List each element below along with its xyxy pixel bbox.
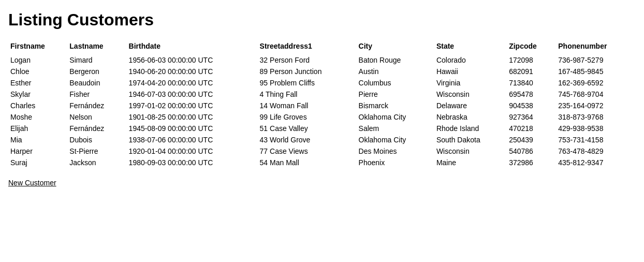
cell-phonenumber: 753-731-4158: [556, 134, 636, 145]
cell-birthdate: 1920-01-04 00:00:00 UTC: [127, 145, 258, 157]
cell-city: Des Moines: [357, 145, 434, 157]
cell-phonenumber: 736-987-5279: [556, 54, 636, 66]
cell-firstname: Esther: [8, 77, 67, 89]
cell-firstname: Elijah: [8, 123, 67, 134]
cell-streetaddress1: 14 Woman Fall: [258, 100, 357, 111]
cell-lastname: Nelson: [67, 111, 126, 123]
cell-lastname: Bergeron: [67, 66, 126, 77]
cell-birthdate: 1938-07-06 00:00:00 UTC: [127, 134, 258, 145]
cell-phonenumber: 745-768-9704: [556, 89, 636, 100]
column-header-streetaddress1: Streetaddress1: [258, 40, 357, 54]
table-row: LoganSimard1956-06-03 00:00:00 UTC32 Per…: [8, 54, 636, 66]
customers-table: FirstnameLastnameBirthdateStreetaddress1…: [8, 40, 636, 168]
cell-streetaddress1: 77 Case Views: [258, 145, 357, 157]
cell-city: Salem: [357, 123, 434, 134]
cell-zipcode: 250439: [507, 134, 556, 145]
cell-firstname: Harper: [8, 145, 67, 157]
cell-firstname: Mia: [8, 134, 67, 145]
cell-firstname: Chloe: [8, 66, 67, 77]
cell-streetaddress1: 43 World Grove: [258, 134, 357, 145]
column-header-lastname: Lastname: [67, 40, 126, 54]
cell-lastname: Fernández: [67, 123, 126, 134]
cell-phonenumber: 763-478-4829: [556, 145, 636, 157]
cell-state: Wisconsin: [434, 145, 507, 157]
cell-zipcode: 470218: [507, 123, 556, 134]
cell-birthdate: 1974-04-20 00:00:00 UTC: [127, 77, 258, 89]
cell-lastname: Fisher: [67, 89, 126, 100]
cell-city: Oklahoma City: [357, 111, 434, 123]
cell-city: Austin: [357, 66, 434, 77]
cell-state: Nebraska: [434, 111, 507, 123]
cell-city: Baton Rouge: [357, 54, 434, 66]
cell-birthdate: 1901-08-25 00:00:00 UTC: [127, 111, 258, 123]
new-customer-link[interactable]: New Customer: [8, 179, 56, 187]
cell-birthdate: 1956-06-03 00:00:00 UTC: [127, 54, 258, 66]
cell-state: South Dakota: [434, 134, 507, 145]
cell-birthdate: 1940-06-20 00:00:00 UTC: [127, 66, 258, 77]
cell-phonenumber: 162-369-6592: [556, 77, 636, 89]
cell-zipcode: 172098: [507, 54, 556, 66]
cell-birthdate: 1997-01-02 00:00:00 UTC: [127, 100, 258, 111]
column-header-state: State: [434, 40, 507, 54]
column-header-birthdate: Birthdate: [127, 40, 258, 54]
cell-firstname: Logan: [8, 54, 67, 66]
cell-streetaddress1: 89 Person Junction: [258, 66, 357, 77]
cell-lastname: Dubois: [67, 134, 126, 145]
cell-streetaddress1: 51 Case Valley: [258, 123, 357, 134]
column-header-zipcode: Zipcode: [507, 40, 556, 54]
table-row: ElijahFernández1945-08-09 00:00:00 UTC51…: [8, 123, 636, 134]
cell-zipcode: 540786: [507, 145, 556, 157]
cell-lastname: Fernández: [67, 100, 126, 111]
cell-zipcode: 695478: [507, 89, 556, 100]
cell-city: Oklahoma City: [357, 134, 434, 145]
cell-city: Bismarck: [357, 100, 434, 111]
cell-state: Maine: [434, 157, 507, 168]
cell-city: Pierre: [357, 89, 434, 100]
cell-birthdate: 1980-09-03 00:00:00 UTC: [127, 157, 258, 168]
cell-state: Colorado: [434, 54, 507, 66]
cell-lastname: Beaudoin: [67, 77, 126, 89]
cell-phonenumber: 167-485-9845: [556, 66, 636, 77]
column-header-phonenumber: Phonenumber: [556, 40, 636, 54]
cell-streetaddress1: 99 Life Groves: [258, 111, 357, 123]
cell-state: Delaware: [434, 100, 507, 111]
cell-city: Columbus: [357, 77, 434, 89]
cell-zipcode: 904538: [507, 100, 556, 111]
column-header-city: City: [357, 40, 434, 54]
cell-streetaddress1: 32 Person Ford: [258, 54, 357, 66]
cell-state: Wisconsin: [434, 89, 507, 100]
cell-streetaddress1: 4 Thing Fall: [258, 89, 357, 100]
cell-firstname: Skylar: [8, 89, 67, 100]
cell-state: Virginia: [434, 77, 507, 89]
cell-phonenumber: 435-812-9347: [556, 157, 636, 168]
cell-phonenumber: 235-164-0972: [556, 100, 636, 111]
cell-zipcode: 927364: [507, 111, 556, 123]
cell-lastname: St-Pierre: [67, 145, 126, 157]
cell-lastname: Jackson: [67, 157, 126, 168]
table-row: MosheNelson1901-08-25 00:00:00 UTC99 Lif…: [8, 111, 636, 123]
cell-birthdate: 1946-07-03 00:00:00 UTC: [127, 89, 258, 100]
cell-zipcode: 682091: [507, 66, 556, 77]
table-row: ChloeBergeron1940-06-20 00:00:00 UTC89 P…: [8, 66, 636, 77]
table-row: MiaDubois1938-07-06 00:00:00 UTC43 World…: [8, 134, 636, 145]
cell-phonenumber: 429-938-9538: [556, 123, 636, 134]
table-row: EstherBeaudoin1974-04-20 00:00:00 UTC95 …: [8, 77, 636, 89]
cell-city: Phoenix: [357, 157, 434, 168]
cell-streetaddress1: 54 Man Mall: [258, 157, 357, 168]
cell-zipcode: 372986: [507, 157, 556, 168]
page-title: Listing Customers: [8, 10, 636, 30]
cell-streetaddress1: 95 Problem Cliffs: [258, 77, 357, 89]
cell-phonenumber: 318-873-9768: [556, 111, 636, 123]
cell-firstname: Suraj: [8, 157, 67, 168]
cell-zipcode: 713840: [507, 77, 556, 89]
table-row: CharlesFernández1997-01-02 00:00:00 UTC1…: [8, 100, 636, 111]
column-header-firstname: Firstname: [8, 40, 67, 54]
cell-state: Rhode Island: [434, 123, 507, 134]
table-row: HarperSt-Pierre1920-01-04 00:00:00 UTC77…: [8, 145, 636, 157]
cell-lastname: Simard: [67, 54, 126, 66]
table-row: SurajJackson1980-09-03 00:00:00 UTC54 Ma…: [8, 157, 636, 168]
table-row: SkylarFisher1946-07-03 00:00:00 UTC4 Thi…: [8, 89, 636, 100]
cell-firstname: Moshe: [8, 111, 67, 123]
cell-state: Hawaii: [434, 66, 507, 77]
cell-firstname: Charles: [8, 100, 67, 111]
